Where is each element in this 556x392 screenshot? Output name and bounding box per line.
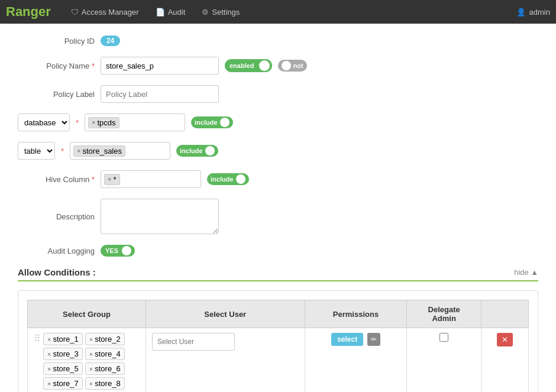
hive-column-include-knob <box>236 174 245 184</box>
drag-handle[interactable]: ⠿ <box>34 333 41 344</box>
policy-label-label: Policy Label <box>18 90 95 99</box>
th-permissions: Permissions <box>305 300 407 328</box>
enabled-toggle[interactable]: enabled <box>225 59 272 72</box>
conditions-table-header-row: Select Group Select User Permissions Del… <box>28 300 529 328</box>
th-actions <box>481 300 528 328</box>
policy-name-input[interactable] <box>101 57 219 74</box>
table-tag-input[interactable]: × store_sales <box>70 142 170 160</box>
doc-icon: 📄 <box>156 8 165 17</box>
brand-logo: Ranger <box>6 4 51 20</box>
select-user-input[interactable] <box>152 333 235 351</box>
user-icon: 👤 <box>516 8 526 17</box>
database-include-label: include <box>195 119 218 126</box>
not-toggle[interactable]: not <box>278 60 307 72</box>
hive-column-include-toggle[interactable]: include <box>207 173 249 185</box>
enabled-knob <box>259 60 270 71</box>
description-label: Description <box>18 212 95 221</box>
hive-column-tag-input[interactable]: × * <box>101 170 201 188</box>
table-tag: × store_sales <box>73 145 125 157</box>
delegate-admin-checkbox[interactable] <box>439 333 448 342</box>
policy-name-row: Policy Name * enabled not <box>18 57 538 74</box>
policy-label-input[interactable] <box>101 85 219 103</box>
group-tag-store-4-remove[interactable]: × <box>89 351 93 358</box>
table-row: table * × store_sales include <box>18 142 538 160</box>
th-delegate-admin: DelegateAdmin <box>407 300 481 328</box>
td-permissions: select ✏ <box>305 328 407 393</box>
audit-logging-toggle[interactable]: YES <box>101 245 135 257</box>
hive-column-tag-remove[interactable]: × <box>108 176 111 183</box>
database-row: database * × tpcds include <box>18 114 538 131</box>
database-include-toggle[interactable]: include <box>191 116 233 128</box>
database-tag-remove[interactable]: × <box>92 119 95 126</box>
allow-conditions-header: Allow Conditions : hide ▲ <box>18 267 538 281</box>
table-include-knob <box>205 146 215 155</box>
group-tag-store-8: × store_8 <box>85 377 125 390</box>
navbar-right: 👤 admin <box>516 8 550 17</box>
main-content: Policy ID 24 Policy Name * enabled not P… <box>0 24 556 392</box>
nav-audit[interactable]: 📄 Audit <box>147 0 194 24</box>
database-req: * <box>76 118 79 127</box>
description-textarea[interactable] <box>101 199 219 234</box>
group-tag-store-5-remove[interactable]: × <box>47 365 51 372</box>
database-tag: × tpcds <box>88 117 119 128</box>
group-tag-store-1-remove[interactable]: × <box>47 336 51 343</box>
policy-name-required: * <box>92 61 95 70</box>
group-tag-store-6-remove[interactable]: × <box>89 365 93 372</box>
gear-icon: ⚙ <box>202 8 209 17</box>
audit-logging-label: Audit Logging <box>18 247 95 255</box>
group-tag-store-8-remove[interactable]: × <box>89 380 93 387</box>
not-knob <box>282 61 291 70</box>
policy-name-label: Policy Name * <box>18 61 95 70</box>
group-tag-store-2-remove[interactable]: × <box>89 336 93 343</box>
table-select[interactable]: table <box>18 142 55 160</box>
table-req: * <box>61 147 64 155</box>
database-tag-input[interactable]: × tpcds <box>85 114 185 131</box>
hide-link[interactable]: hide ▲ <box>514 268 538 277</box>
group-tag-store-3-remove[interactable]: × <box>47 351 51 358</box>
database-tag-field[interactable] <box>122 118 134 127</box>
group-tag-store-2: × store_2 <box>85 333 125 345</box>
nav-settings[interactable]: ⚙ Settings <box>193 0 248 24</box>
group-tag-store-3: × store_3 <box>43 348 83 360</box>
td-delete: ✕ <box>481 328 528 393</box>
audit-logging-row: Audit Logging YES <box>18 245 538 257</box>
delete-row-button[interactable]: ✕ <box>497 333 513 346</box>
group-tag-store-5: × store_5 <box>43 362 83 375</box>
hive-column-tag-field[interactable] <box>122 175 134 183</box>
audit-logging-knob <box>122 246 131 255</box>
group-tag-store-1: × store_1 <box>43 333 83 345</box>
audit-logging-value: YES <box>104 247 119 254</box>
policy-id-row: Policy ID 24 <box>18 35 538 46</box>
not-label: not <box>293 62 303 69</box>
nav-access-manager[interactable]: 🛡 Access Manager <box>63 0 147 24</box>
navbar: Ranger 🛡 Access Manager 📄 Audit ⚙ Settin… <box>0 0 556 24</box>
table-tag-field[interactable] <box>128 147 140 155</box>
conditions-table: Select Group Select User Permissions Del… <box>27 300 529 392</box>
table-include-label: include <box>180 147 203 154</box>
th-select-user: Select User <box>146 300 305 328</box>
conditions-outer: Select Group Select User Permissions Del… <box>18 290 538 392</box>
group-tags: × store_1 × store_2 × store_3 <box>43 333 140 392</box>
shield-icon: 🛡 <box>71 8 79 17</box>
group-tag-store-7: × store_7 <box>43 377 83 390</box>
hive-column-label: Hive Column * <box>18 175 95 184</box>
policy-id-badge: 24 <box>101 35 120 46</box>
table-include-toggle[interactable]: include <box>176 145 218 157</box>
database-select[interactable]: database <box>18 114 70 131</box>
edit-permissions-button[interactable]: ✏ <box>367 333 380 346</box>
policy-label-row: Policy Label <box>18 85 538 103</box>
th-select-group: Select Group <box>28 300 146 328</box>
allow-conditions-title: Allow Conditions : <box>18 267 96 277</box>
group-tag-store-7-remove[interactable]: × <box>47 380 51 387</box>
td-select-user <box>146 328 305 393</box>
database-include-knob <box>220 118 229 127</box>
hive-column-tag: × * <box>104 174 120 185</box>
table-tag-remove[interactable]: × <box>77 147 80 154</box>
table-row: ⠿ × store_1 × store_2 <box>28 328 529 393</box>
policy-id-label: Policy ID <box>18 37 95 46</box>
hive-column-row: Hive Column * × * include <box>18 170 538 188</box>
td-delegate-admin <box>407 328 481 393</box>
group-tag-store-4: × store_4 <box>85 348 125 360</box>
select-permissions-button[interactable]: select <box>331 333 363 346</box>
enabled-label: enabled <box>227 62 257 69</box>
